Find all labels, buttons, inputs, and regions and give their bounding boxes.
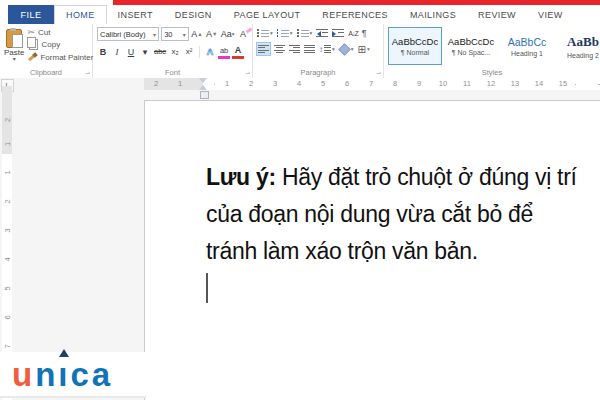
styles-group-label: Styles — [384, 68, 600, 77]
tab-mailings[interactable]: MAILINGS — [399, 5, 467, 24]
borders-button[interactable]: ⊞▾ — [357, 43, 371, 55]
style-heading-2[interactable]: AaBb Heading 2 — [556, 27, 600, 65]
style-normal[interactable]: AaBbCcDc ¶ Normal — [388, 27, 442, 65]
document-page[interactable]: Lưu ý: Hãy đặt trỏ chuột ở đúng vị trí c… — [144, 100, 600, 400]
borders-grid-icon: ⊞ — [358, 45, 366, 54]
subscript-button[interactable]: x₂ — [169, 46, 181, 58]
decrease-indent-icon — [316, 29, 328, 38]
style-no-spacing[interactable]: AaBbCcDc ¶ No Spac... — [444, 27, 498, 65]
align-right-icon — [289, 45, 300, 54]
left-indent-box-icon[interactable] — [200, 91, 209, 99]
ruler-number: 12 — [479, 78, 503, 90]
underline-button[interactable]: U — [125, 46, 137, 58]
tab-review[interactable]: REVIEW — [467, 5, 527, 24]
align-center-button[interactable] — [273, 43, 286, 55]
ruler-number: 1 — [215, 78, 239, 90]
ruler-number: 9 — [407, 78, 431, 90]
format-painter-button[interactable]: Format Painter — [27, 52, 93, 62]
align-left-button[interactable] — [256, 42, 271, 56]
ruler-number: 14 — [527, 78, 551, 90]
bullets-button[interactable]: ▾ — [256, 27, 274, 39]
ruler-number: 2 — [239, 78, 263, 90]
document-plain-text: Hãy đặt trỏ chuột ở đúng vị trí — [276, 164, 577, 190]
ruler-number: 4 — [287, 78, 311, 90]
group-clipboard: Paste ▾ ✂ Cut Copy Format Painter Clipbo… — [0, 24, 93, 78]
tab-file[interactable]: FILE — [8, 5, 54, 24]
copy-button[interactable]: Copy — [27, 39, 93, 50]
grow-font-button[interactable]: A▲ — [191, 28, 204, 40]
paste-dropdown-icon[interactable]: ▾ — [13, 57, 16, 62]
tab-page-layout[interactable]: PAGE LAYOUT — [223, 5, 312, 24]
ruler-margin-numbers: 21 — [144, 78, 203, 90]
ruler-number: 1 — [168, 78, 192, 90]
shading-button[interactable]: ▾ — [338, 43, 355, 55]
italic-button[interactable]: I — [111, 46, 123, 58]
ruler-number: 1 — [0, 139, 19, 149]
clipboard-group-label: Clipboard — [0, 68, 92, 77]
separator — [199, 46, 200, 58]
indent-markers[interactable] — [199, 78, 208, 90]
justify-button[interactable] — [303, 43, 316, 55]
group-font: Calibri (Body) ▾ 30 ▾ A▲ A▼ Aa▾ A B I U … — [93, 24, 253, 78]
clipboard-dialog-launcher-icon[interactable]: ⌐ — [85, 69, 90, 77]
multilevel-list-button[interactable]: ▾ — [296, 27, 314, 39]
document-plain-text: tránh làm xáo trộn văn bản. — [206, 238, 478, 264]
document-line[interactable]: tránh làm xáo trộn văn bản. — [206, 233, 600, 270]
ruler-number: 3 — [0, 226, 22, 236]
document-text[interactable]: Lưu ý: Hãy đặt trỏ chuột ở đúng vị trí c… — [206, 159, 600, 270]
increase-indent-button[interactable] — [331, 27, 345, 39]
horizontal-ruler[interactable]: 21 123456789101112131415 — [144, 78, 600, 90]
justify-icon — [304, 45, 315, 54]
font-family-combobox[interactable]: Calibri (Body) ▾ — [97, 27, 159, 41]
document-plain-text: của đoạn nội dung vừa cắt bỏ để — [206, 201, 533, 227]
line-spacing-button[interactable]: ↕▾ — [318, 43, 336, 55]
ruler-number: 1 — [0, 168, 22, 178]
bold-button[interactable]: B — [97, 46, 109, 58]
decrease-indent-button[interactable] — [315, 27, 329, 39]
logo-letters-ca: ca — [71, 358, 114, 391]
style-heading-1[interactable]: AaBbCc Heading 1 — [500, 27, 554, 65]
line-spacing-icon: ↕ — [319, 45, 323, 54]
ruler-number: 8 — [383, 78, 407, 90]
paste-button[interactable]: Paste ▾ — [4, 27, 24, 66]
vruler-margin-numbers: 21 — [2, 86, 12, 154]
ruler-numbers: 123456789101112131415 — [203, 78, 600, 90]
font-dialog-launcher-icon[interactable]: ⌐ — [245, 69, 250, 77]
numbered-list-icon — [277, 29, 289, 38]
tab-insert[interactable]: INSERT — [107, 5, 164, 24]
shrink-font-button[interactable]: A▼ — [205, 28, 218, 40]
text-effects-button[interactable]: A — [204, 46, 216, 58]
clear-formatting-button[interactable]: A — [237, 28, 249, 40]
document-line[interactable]: Lưu ý: Hãy đặt trỏ chuột ở đúng vị trí — [206, 159, 600, 196]
underline-dropdown-icon[interactable]: ▾ — [139, 46, 151, 58]
numbering-button[interactable]: ▾ — [276, 27, 294, 39]
unica-logo-box: unıca — [0, 352, 146, 398]
paragraph-dialog-launcher-icon[interactable]: ⌐ — [376, 69, 381, 77]
ruler-number: 2 — [144, 78, 168, 90]
logo-letter-n: n — [35, 358, 58, 391]
tab-view[interactable]: VIEW — [527, 5, 574, 24]
show-hide-pilcrow-button[interactable]: ¶ — [361, 27, 368, 39]
document-bold-text: Lưu ý: — [206, 164, 276, 190]
ruler-number: 7 — [0, 342, 22, 352]
sort-button[interactable]: A↓Z — [347, 27, 358, 39]
superscript-button[interactable]: x² — [183, 46, 195, 58]
ruler-number: 2 — [0, 115, 19, 125]
ruler-number: 6 — [335, 78, 359, 90]
paste-clipboard-icon — [6, 29, 22, 48]
chevron-down-icon: ▾ — [183, 31, 186, 38]
document-line[interactable]: của đoạn nội dung vừa cắt bỏ để — [206, 196, 600, 233]
strikethrough-button[interactable]: abc — [153, 46, 167, 58]
cut-button[interactable]: ✂ Cut — [27, 27, 93, 37]
first-line-indent-icon[interactable] — [199, 78, 207, 83]
tab-references[interactable]: REFERENCES — [311, 5, 399, 24]
hanging-indent-icon[interactable] — [199, 85, 207, 90]
change-case-button[interactable]: Aa▾ — [220, 28, 235, 40]
tab-design[interactable]: DESIGN — [164, 5, 223, 24]
font-size-combobox[interactable]: 30 ▾ — [161, 27, 189, 41]
font-color-button[interactable]: A — [232, 44, 244, 59]
tab-home[interactable]: HOME — [54, 5, 107, 24]
align-right-button[interactable] — [288, 43, 301, 55]
copy-label: Copy — [41, 40, 60, 49]
highlight-color-button[interactable]: ab — [218, 44, 230, 59]
